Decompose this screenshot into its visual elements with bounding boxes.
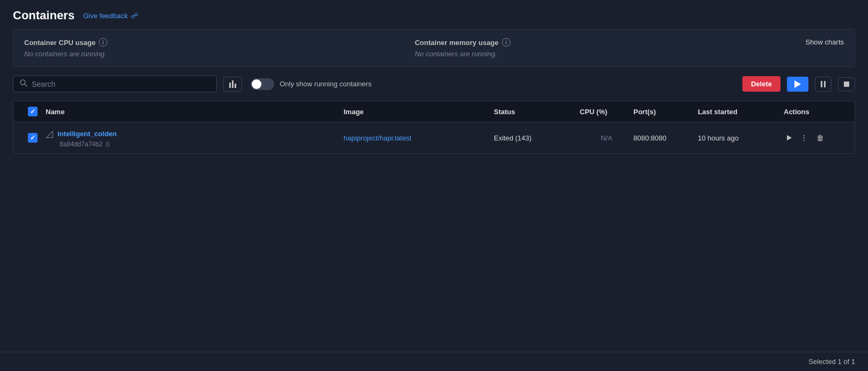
- search-box: [13, 76, 217, 92]
- col-header-ports: Port(s): [633, 108, 698, 116]
- columns-icon: [229, 80, 236, 88]
- row-actions-cell: ⋮ 🗑: [784, 131, 848, 144]
- feedback-icon: ☍: [131, 12, 138, 20]
- stop-button[interactable]: [838, 77, 855, 91]
- col-header-image: Image: [344, 108, 494, 116]
- memory-info-icon[interactable]: i: [502, 38, 510, 47]
- toolbar: Only show running containers Delete: [0, 76, 868, 101]
- toggle-knob: [252, 79, 261, 89]
- col-header-cpu: CPU (%): [580, 108, 633, 116]
- row-checkmark-icon: ✓: [30, 134, 35, 142]
- trash-icon: 🗑: [816, 133, 824, 142]
- copy-id-icon[interactable]: ⎙: [106, 140, 110, 148]
- containers-table: ✓ Name Image Status CPU (%) Port(s) Last…: [13, 101, 855, 154]
- image-link[interactable]: hapiproject/hapi:latest: [344, 134, 411, 142]
- columns-button[interactable]: [223, 77, 242, 92]
- charts-section: Container CPU usage i No containers are …: [13, 29, 855, 67]
- row-delete-button[interactable]: 🗑: [813, 131, 827, 144]
- col-header-name: Name: [46, 108, 344, 116]
- col-header-status: Status: [494, 108, 580, 116]
- search-icon: [20, 79, 27, 88]
- header-checkbox-cell: ✓: [20, 107, 46, 116]
- feedback-label: Give feedback: [83, 12, 128, 20]
- col-header-actions: Actions: [784, 108, 848, 116]
- select-all-checkbox[interactable]: ✓: [28, 107, 38, 116]
- feedback-link[interactable]: Give feedback ☍: [83, 12, 138, 20]
- running-filter-toggle[interactable]: [251, 78, 274, 90]
- search-input[interactable]: [32, 80, 210, 88]
- memory-no-data: No containers are running.: [415, 50, 806, 58]
- row-status-cell: Exited (143): [494, 134, 580, 142]
- show-charts-button[interactable]: Show charts: [805, 38, 844, 46]
- cpu-chart-label: Container CPU usage i: [24, 38, 415, 47]
- container-name-link[interactable]: intelligent_colden: [57, 130, 117, 138]
- running-filter-label: Only show running containers: [280, 80, 371, 88]
- selected-count: Selected 1 of 1: [808, 358, 855, 366]
- table-row: ✓ ◿ intelligent_colden 8a84dd7a74b2 ⎙ ha…: [13, 122, 855, 153]
- container-id-row: 8a84dd7a74b2 ⎙: [60, 140, 344, 148]
- row-checkbox[interactable]: ✓: [28, 133, 38, 143]
- footer-bar: Selected 1 of 1: [0, 352, 868, 371]
- container-id-text: 8a84dd7a74b2: [60, 140, 103, 148]
- pause-icon: [821, 81, 826, 87]
- row-cpu-cell: N/A: [580, 134, 633, 142]
- page-title: Containers: [13, 9, 75, 23]
- checkmark-icon: ✓: [30, 108, 35, 115]
- cpu-info-icon[interactable]: i: [99, 38, 107, 47]
- table-header: ✓ Name Image Status CPU (%) Port(s) Last…: [13, 101, 855, 122]
- col-header-last-started: Last started: [698, 108, 784, 116]
- running-filter-toggle-wrapper: Only show running containers: [251, 78, 371, 90]
- row-name-cell: ◿ intelligent_colden 8a84dd7a74b2 ⎙: [46, 128, 344, 148]
- cpu-no-data: No containers are running.: [24, 50, 415, 58]
- row-play-icon: [787, 135, 792, 140]
- more-icon: ⋮: [800, 133, 808, 142]
- row-last-started-cell: 10 hours ago: [698, 134, 784, 142]
- stop-icon: [844, 81, 849, 87]
- row-more-button[interactable]: ⋮: [797, 131, 811, 144]
- memory-chart-item: Container memory usage i No containers a…: [415, 38, 806, 58]
- memory-chart-label: Container memory usage i: [415, 38, 806, 47]
- pause-button[interactable]: [815, 77, 831, 92]
- row-ports-cell: 8080:8080: [633, 134, 698, 142]
- svg-line-1: [25, 84, 27, 86]
- page-header: Containers Give feedback ☍: [0, 0, 868, 29]
- cpu-chart-item: Container CPU usage i No containers are …: [24, 38, 415, 58]
- row-image-cell: hapiproject/hapi:latest: [344, 133, 494, 142]
- start-button[interactable]: [787, 77, 808, 92]
- play-icon: [794, 80, 801, 88]
- delete-button[interactable]: Delete: [742, 76, 781, 92]
- container-icon: ◿: [46, 128, 53, 139]
- row-start-button[interactable]: [784, 133, 795, 143]
- row-checkbox-cell: ✓: [20, 133, 46, 143]
